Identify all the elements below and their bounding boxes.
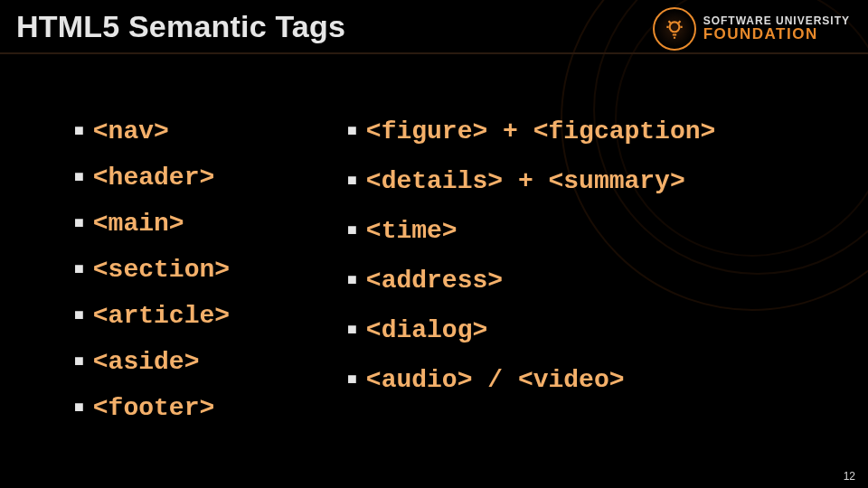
slide: HTML5 Semantic Tags SOFTWARE UNIVERSITY …	[0, 0, 868, 488]
tag-text: <audio> / <video>	[366, 366, 625, 394]
tag-text: <footer>	[93, 394, 214, 422]
right-tag-list: ■<figure> + <figcaption> ■<details> + <s…	[347, 117, 715, 416]
page-number: 12	[844, 470, 855, 483]
list-item: ■<article>	[74, 302, 230, 330]
brand-logo: SOFTWARE UNIVERSITY FOUNDATION	[653, 7, 850, 51]
tag-text: <address>	[366, 267, 503, 295]
svg-point-0	[669, 22, 679, 32]
brand-line-2: FOUNDATION	[703, 26, 850, 42]
content-columns: ■<nav> ■<header> ■<main> ■<section> ■<ar…	[74, 117, 715, 440]
bullet-icon: ■	[74, 260, 84, 278]
list-item: ■<details> + <summary>	[347, 167, 715, 195]
bullet-icon: ■	[347, 172, 357, 190]
list-item: ■<section>	[74, 256, 230, 284]
tag-text: <header>	[93, 164, 214, 192]
list-item: ■<time>	[347, 217, 715, 245]
lightbulb-gear-icon	[653, 7, 696, 51]
tag-text: <aside>	[93, 348, 200, 376]
tag-text: <nav>	[93, 117, 169, 145]
slide-title: HTML5 Semantic Tags	[16, 9, 345, 44]
list-item: ■<header>	[74, 164, 230, 192]
tag-text: <details> + <summary>	[366, 167, 685, 195]
bullet-icon: ■	[347, 371, 357, 389]
list-item: ■<address>	[347, 267, 715, 295]
tag-text: <section>	[93, 256, 230, 284]
bullet-icon: ■	[74, 306, 84, 324]
bullet-icon: ■	[347, 221, 357, 239]
list-item: ■<nav>	[74, 117, 230, 145]
bullet-icon: ■	[74, 399, 84, 417]
list-item: ■<main>	[74, 210, 230, 238]
brand-text: SOFTWARE UNIVERSITY FOUNDATION	[703, 15, 850, 42]
bullet-icon: ■	[347, 122, 357, 140]
tag-text: <figure> + <figcaption>	[366, 117, 715, 145]
list-item: ■<audio> / <video>	[347, 366, 715, 394]
bullet-icon: ■	[347, 321, 357, 339]
tag-text: <main>	[93, 210, 184, 238]
bullet-icon: ■	[74, 122, 84, 140]
tag-text: <dialog>	[366, 316, 487, 344]
list-item: ■<figure> + <figcaption>	[347, 117, 715, 145]
bullet-icon: ■	[74, 214, 84, 232]
title-underline	[0, 52, 868, 54]
list-item: ■<aside>	[74, 348, 230, 376]
tag-text: <article>	[93, 302, 230, 330]
tag-text: <time>	[366, 217, 458, 245]
list-item: ■<dialog>	[347, 316, 715, 344]
bullet-icon: ■	[74, 352, 84, 371]
bullet-icon: ■	[74, 168, 84, 186]
list-item: ■<footer>	[74, 394, 230, 422]
bullet-icon: ■	[347, 271, 357, 289]
left-tag-list: ■<nav> ■<header> ■<main> ■<section> ■<ar…	[74, 117, 230, 440]
